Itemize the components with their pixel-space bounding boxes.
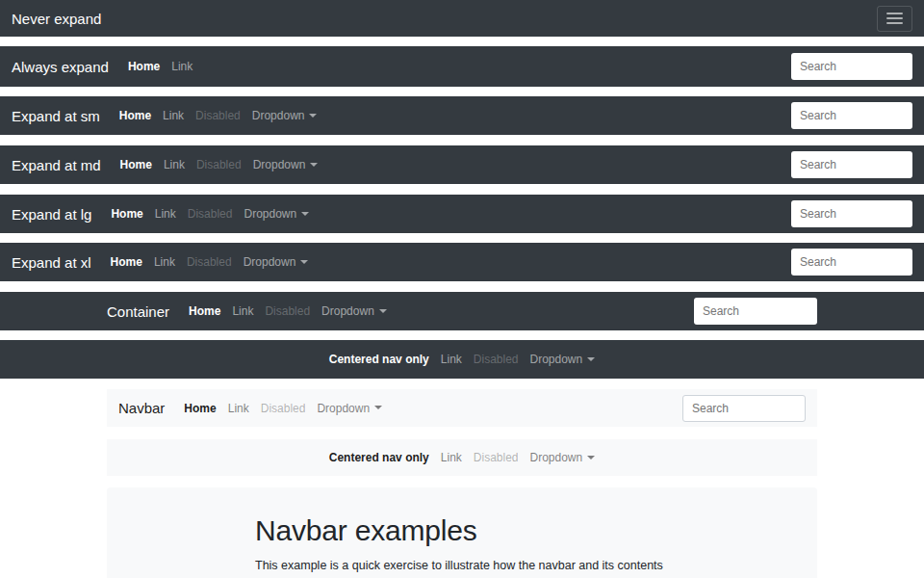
nav-link-dropdown[interactable]: Dropdown bbox=[247, 158, 324, 171]
navbar-centered-light: Centered nav only Link Disabled Dropdown bbox=[107, 439, 817, 476]
nav-links: Home Link Disabled Dropdown bbox=[105, 207, 315, 221]
navbar-light: Navbar Home Link Disabled Dropdown bbox=[107, 389, 817, 427]
nav-link-dropdown[interactable]: Dropdown bbox=[525, 451, 602, 464]
navbar-brand[interactable]: Expand at sm bbox=[12, 108, 100, 124]
navbar-brand[interactable]: Expand at md bbox=[12, 157, 101, 173]
nav-link-disabled: Disabled bbox=[468, 451, 525, 464]
nav-link-dropdown[interactable]: Dropdown bbox=[311, 402, 388, 415]
nav-link-link[interactable]: Link bbox=[435, 451, 468, 464]
nav-link-dropdown[interactable]: Dropdown bbox=[316, 304, 393, 318]
hamburger-icon bbox=[886, 13, 903, 24]
jumbotron: Navbar examples This example is a quick … bbox=[107, 487, 817, 578]
nav-links: Centered nav only Link Disabled Dropdown bbox=[323, 353, 601, 366]
search-input[interactable] bbox=[694, 298, 817, 325]
nav-link-disabled: Disabled bbox=[255, 402, 312, 415]
caret-down-icon bbox=[379, 309, 387, 313]
search-input[interactable] bbox=[791, 102, 912, 129]
nav-link-centered[interactable]: Centered nav only bbox=[323, 353, 435, 366]
nav-link-link[interactable]: Link bbox=[226, 304, 259, 318]
search-input[interactable] bbox=[791, 53, 912, 80]
nav-link-home[interactable]: Home bbox=[122, 60, 166, 73]
nav-link-home[interactable]: Home bbox=[178, 402, 221, 415]
search-input[interactable] bbox=[791, 200, 912, 227]
navbar-brand[interactable]: Container bbox=[107, 303, 169, 320]
page-title: Navbar examples bbox=[255, 514, 669, 547]
caret-down-icon bbox=[374, 406, 382, 409]
navbar-expand-sm: Expand at sm Home Link Disabled Dropdown bbox=[0, 96, 924, 135]
navbar-container: Container Home Link Disabled Dropdown bbox=[0, 292, 924, 330]
nav-link-home[interactable]: Home bbox=[114, 109, 157, 122]
navbar-toggler-button[interactable] bbox=[877, 6, 912, 32]
nav-link-disabled: Disabled bbox=[181, 255, 238, 269]
caret-down-icon bbox=[587, 357, 595, 361]
nav-link-disabled: Disabled bbox=[468, 353, 525, 366]
nav-link-link[interactable]: Link bbox=[157, 109, 190, 122]
navbar-expand-xl: Expand at xl Home Link Disabled Dropdown bbox=[0, 243, 924, 281]
nav-link-disabled: Disabled bbox=[259, 304, 316, 318]
intro-paragraph: This example is a quick exercise to illu… bbox=[255, 557, 669, 578]
search-input[interactable] bbox=[791, 151, 912, 178]
navbar-never-expand: Never expand bbox=[0, 0, 924, 37]
nav-link-disabled: Disabled bbox=[190, 109, 246, 122]
nav-link-link[interactable]: Link bbox=[158, 158, 191, 171]
nav-links: Home Link bbox=[122, 60, 198, 73]
navbar-expand-md: Expand at md Home Link Disabled Dropdown bbox=[0, 145, 924, 184]
caret-down-icon bbox=[309, 114, 317, 118]
nav-link-link[interactable]: Link bbox=[435, 353, 468, 366]
search-input[interactable] bbox=[682, 395, 806, 422]
caret-down-icon bbox=[310, 163, 318, 167]
nav-links: Home Link Disabled Dropdown bbox=[105, 255, 315, 269]
nav-link-dropdown[interactable]: Dropdown bbox=[238, 255, 315, 269]
navbar-brand[interactable]: Expand at xl bbox=[12, 254, 91, 271]
nav-link-disabled: Disabled bbox=[191, 158, 247, 171]
navbar-brand[interactable]: Never expand bbox=[12, 11, 101, 27]
nav-link-disabled: Disabled bbox=[182, 207, 239, 221]
nav-links: Home Link Disabled Dropdown bbox=[114, 109, 323, 122]
nav-links: Home Link Disabled Dropdown bbox=[183, 304, 393, 318]
nav-link-home[interactable]: Home bbox=[105, 255, 148, 269]
nav-link-dropdown[interactable]: Dropdown bbox=[246, 109, 323, 122]
nav-link-centered[interactable]: Centered nav only bbox=[323, 451, 435, 464]
nav-link-home[interactable]: Home bbox=[105, 207, 148, 221]
nav-link-home[interactable]: Home bbox=[183, 304, 226, 318]
navbar-brand[interactable]: Always expand bbox=[12, 59, 109, 75]
navbar-always-expand: Always expand Home Link bbox=[0, 46, 924, 87]
nav-link-home[interactable]: Home bbox=[115, 158, 158, 171]
nav-link-dropdown[interactable]: Dropdown bbox=[525, 353, 602, 366]
nav-links: Home Link Disabled Dropdown bbox=[115, 158, 324, 171]
nav-link-link[interactable]: Link bbox=[222, 402, 255, 415]
caret-down-icon bbox=[301, 212, 309, 216]
nav-link-dropdown[interactable]: Dropdown bbox=[238, 207, 315, 221]
nav-link-link[interactable]: Link bbox=[149, 207, 182, 221]
demo-container: Navbar Home Link Disabled Dropdown Cente… bbox=[107, 389, 817, 578]
navbar-brand[interactable]: Expand at lg bbox=[12, 206, 91, 223]
navbar-expand-lg: Expand at lg Home Link Disabled Dropdown bbox=[0, 195, 924, 233]
search-input[interactable] bbox=[791, 249, 912, 276]
nav-links: Centered nav only Link Disabled Dropdown bbox=[323, 451, 601, 464]
caret-down-icon bbox=[587, 456, 595, 460]
nav-link-link[interactable]: Link bbox=[148, 255, 181, 269]
navbar-centered-dark: Centered nav only Link Disabled Dropdown bbox=[0, 340, 924, 379]
nav-links: Home Link Disabled Dropdown bbox=[178, 402, 388, 415]
navbar-brand[interactable]: Navbar bbox=[118, 400, 165, 416]
nav-link-link[interactable]: Link bbox=[166, 60, 198, 73]
caret-down-icon bbox=[300, 260, 308, 264]
